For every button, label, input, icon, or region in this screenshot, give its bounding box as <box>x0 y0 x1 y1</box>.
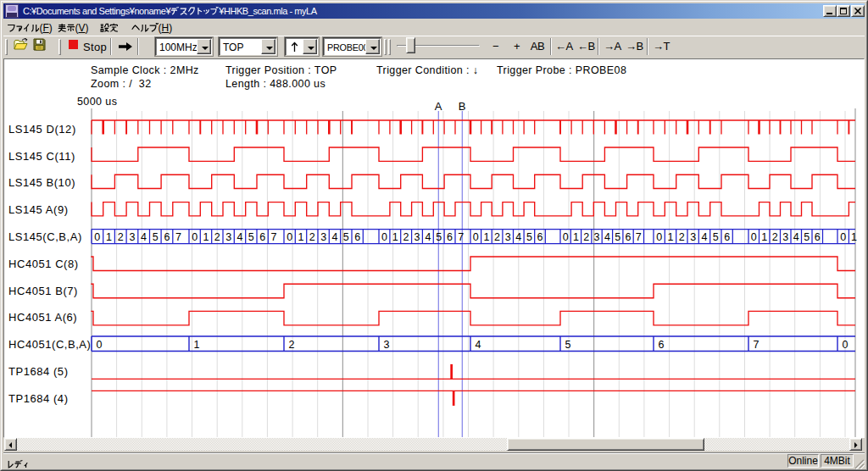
svg-text:5: 5 <box>804 231 810 243</box>
svg-text:0: 0 <box>94 231 100 243</box>
svg-text:7: 7 <box>458 231 464 243</box>
svg-text:1: 1 <box>298 231 304 243</box>
svg-text:2: 2 <box>309 231 315 243</box>
svg-text:5: 5 <box>526 231 532 243</box>
svg-text:0: 0 <box>843 339 849 351</box>
svg-text:1: 1 <box>106 231 112 243</box>
svg-text:B: B <box>459 100 466 113</box>
svg-text:6: 6 <box>537 231 543 243</box>
svg-text:5: 5 <box>565 339 571 351</box>
svg-text:1: 1 <box>203 231 209 243</box>
svg-text:4: 4 <box>332 231 338 243</box>
svg-text:A: A <box>435 100 442 113</box>
svg-text:6: 6 <box>447 231 453 243</box>
svg-text:1: 1 <box>392 231 398 243</box>
svg-text:0: 0 <box>473 231 479 243</box>
svg-text:0: 0 <box>287 231 292 243</box>
svg-text:3: 3 <box>415 231 420 243</box>
svg-text:1: 1 <box>573 231 579 243</box>
svg-text:0: 0 <box>563 231 569 243</box>
svg-text:5: 5 <box>153 231 159 243</box>
svg-text:0: 0 <box>97 339 103 351</box>
svg-text:0: 0 <box>192 231 198 243</box>
svg-text:4: 4 <box>702 231 708 243</box>
svg-text:6: 6 <box>659 339 665 351</box>
svg-text:4: 4 <box>793 231 799 243</box>
svg-text:4: 4 <box>515 231 521 243</box>
svg-text:5: 5 <box>248 231 254 243</box>
svg-text:5: 5 <box>713 231 719 243</box>
svg-text:4: 4 <box>237 231 243 243</box>
svg-text:3: 3 <box>782 231 788 243</box>
svg-text:6: 6 <box>724 231 730 243</box>
svg-text:2: 2 <box>583 231 589 243</box>
svg-text:6: 6 <box>354 231 360 243</box>
svg-text:3: 3 <box>384 339 390 351</box>
svg-text:3: 3 <box>320 231 326 243</box>
svg-text:4: 4 <box>476 339 481 351</box>
svg-text:1: 1 <box>483 231 489 243</box>
svg-text:7: 7 <box>175 231 181 243</box>
svg-text:2: 2 <box>118 231 124 243</box>
svg-text:2: 2 <box>679 231 685 243</box>
svg-text:6: 6 <box>815 231 821 243</box>
svg-text:5: 5 <box>436 231 442 243</box>
svg-text:4: 4 <box>604 231 610 243</box>
svg-text:1: 1 <box>851 231 857 243</box>
svg-text:2: 2 <box>289 339 295 351</box>
svg-text:2: 2 <box>214 231 220 243</box>
svg-text:4: 4 <box>425 231 431 243</box>
svg-text:0: 0 <box>751 231 757 243</box>
svg-text:7: 7 <box>271 231 277 243</box>
svg-text:6: 6 <box>626 231 632 243</box>
svg-text:1: 1 <box>668 231 674 243</box>
svg-text:7: 7 <box>636 231 642 243</box>
svg-text:4: 4 <box>141 231 147 243</box>
svg-text:1: 1 <box>761 231 767 243</box>
svg-text:2: 2 <box>772 231 778 243</box>
svg-text:7: 7 <box>754 339 760 351</box>
svg-text:2: 2 <box>494 231 500 243</box>
svg-text:3: 3 <box>594 231 600 243</box>
svg-text:3: 3 <box>225 231 231 243</box>
svg-text:3: 3 <box>690 231 696 243</box>
svg-text:3: 3 <box>505 231 511 243</box>
svg-text:1: 1 <box>194 339 200 351</box>
svg-text:6: 6 <box>259 231 265 243</box>
svg-text:5: 5 <box>343 231 349 243</box>
svg-text:5: 5 <box>615 231 620 243</box>
svg-text:0: 0 <box>381 231 387 243</box>
svg-text:3: 3 <box>129 231 135 243</box>
svg-text:0: 0 <box>656 231 662 243</box>
svg-text:0: 0 <box>840 231 846 243</box>
svg-text:2: 2 <box>403 231 409 243</box>
svg-text:6: 6 <box>164 231 170 243</box>
